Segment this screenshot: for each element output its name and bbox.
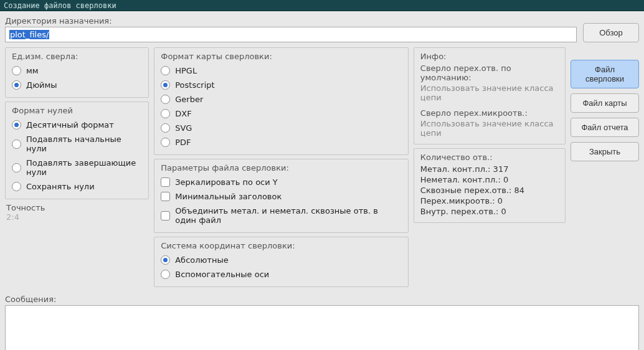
checkbox-icon — [161, 192, 170, 201]
radio-icon — [12, 66, 21, 75]
output-dir-input[interactable]: plot_files/ — [5, 27, 577, 42]
merge-pth-npth-check[interactable]: Объединить метал. и неметал. сквозные от… — [161, 204, 402, 227]
zeros-suppress-leading-radio[interactable]: Подавлять начальные нули — [12, 132, 142, 156]
zeros-format-group: Формат нулей Десятичный формат Подавлять… — [5, 102, 149, 199]
map-format-group: Формат карты сверловки: HPGL Postscript … — [154, 47, 409, 155]
units-inch-label: Дюймы — [26, 80, 57, 90]
browse-button[interactable]: Обзор — [583, 23, 639, 42]
window-titlebar: Создание файлов сверловки — [0, 0, 644, 11]
origin-aux-radio[interactable]: Вспомогательные оси — [161, 267, 402, 281]
radio-icon — [161, 270, 170, 279]
format-gerber-label: Gerber — [175, 95, 203, 104]
mirror-y-check[interactable]: Зеркалировать по оси Y — [161, 175, 402, 189]
origin-absolute-label: Абсолютные — [175, 255, 229, 265]
origin-absolute-radio[interactable]: Абсолютные — [161, 253, 402, 267]
precision-title: Точность — [5, 203, 149, 212]
format-postscript-label: Postscript — [175, 80, 214, 90]
through-vias-count: Сквозные перех.отв.: 84 — [420, 186, 559, 195]
drill-file-button[interactable]: Файл сверловки — [571, 60, 639, 88]
format-pdf-label: PDF — [175, 138, 191, 147]
checkbox-icon — [161, 177, 170, 187]
buried-vias-count: Внутр. перех.отв.: 0 — [420, 207, 559, 216]
min-header-check[interactable]: Минимальный заголовок — [161, 189, 402, 204]
mirror-y-label: Зеркалировать по оси Y — [175, 177, 278, 187]
min-header-label: Минимальный заголовок — [175, 192, 282, 201]
map-file-button[interactable]: Файл карты — [571, 93, 639, 113]
map-format-title: Формат карты сверловки: — [161, 52, 402, 61]
zeros-suppress-trailing-radio[interactable]: Подавлять завершающие нули — [12, 156, 142, 179]
radio-icon — [12, 80, 21, 90]
drill-units-title: Ед.изм. сверла: — [12, 52, 142, 61]
zeros-keep-label: Сохранять нули — [26, 182, 95, 191]
messages-label: Сообщения: — [5, 295, 639, 304]
micro-via-drill-value: Использовать значение класса цепи — [420, 119, 559, 138]
radio-icon — [161, 95, 170, 104]
info-title: Инфо: — [420, 52, 559, 61]
default-via-drill-value: Использовать значение класса цепи — [420, 83, 559, 102]
checkbox-icon — [161, 211, 170, 220]
radio-icon — [12, 140, 21, 149]
format-hpgl-label: HPGL — [175, 66, 197, 75]
zeros-decimal-radio[interactable]: Десятичный формат — [12, 118, 142, 132]
format-svg-label: SVG — [175, 123, 192, 133]
zeros-keep-radio[interactable]: Сохранять нули — [12, 179, 142, 194]
plated-pads-count: Метал. конт.пл.: 317 — [420, 164, 559, 174]
units-inch-radio[interactable]: Дюймы — [12, 78, 142, 92]
format-dxf-label: DXF — [175, 109, 191, 118]
radio-icon — [161, 123, 170, 133]
drill-units-group: Ед.изм. сверла: мм Дюймы — [5, 47, 149, 98]
hole-count-group: Количество отв.: Метал. конт.пл.: 317 Не… — [414, 148, 566, 223]
radio-icon — [161, 138, 170, 147]
info-group: Инфо: Сверло перех.отв. по умолчанию: Ис… — [414, 47, 566, 144]
radio-icon — [12, 182, 21, 191]
origin-aux-label: Вспомогательные оси — [175, 270, 269, 279]
window-title: Создание файлов сверловки — [4, 1, 116, 10]
format-postscript-radio[interactable]: Postscript — [161, 78, 402, 92]
drill-origin-group: Система координат сверловки: Абсолютные … — [154, 237, 409, 287]
drill-origin-title: Система координат сверловки: — [161, 241, 402, 250]
zeros-decimal-label: Десятичный формат — [26, 120, 114, 130]
nonplated-pads-count: Неметал. конт.пл.: 0 — [420, 175, 559, 184]
radio-icon — [12, 120, 21, 130]
radio-icon — [12, 163, 21, 173]
format-pdf-radio[interactable]: PDF — [161, 135, 402, 149]
micro-vias-count: Перех.микроотв.: 0 — [420, 196, 559, 206]
zeros-suppress-trailing-label: Подавлять завершающие нули — [26, 158, 142, 177]
merge-pth-npth-label: Объединить метал. и неметал. сквозные от… — [175, 206, 402, 225]
radio-icon — [161, 80, 170, 90]
units-mm-radio[interactable]: мм — [12, 64, 142, 78]
drill-file-params-group: Параметры файла сверловки: Зеркалировать… — [154, 159, 409, 233]
hole-count-title: Количество отв.: — [420, 153, 559, 162]
zeros-format-title: Формат нулей — [12, 106, 142, 115]
messages-textarea[interactable] — [5, 305, 639, 350]
output-dir-value: plot_files/ — [9, 30, 49, 39]
precision-value: 2:4 — [5, 212, 149, 222]
format-gerber-radio[interactable]: Gerber — [161, 92, 402, 106]
close-button[interactable]: Закрыть — [571, 142, 639, 161]
radio-icon — [161, 255, 170, 265]
radio-icon — [161, 109, 170, 118]
default-via-drill-label: Сверло перех.отв. по умолчанию: — [420, 64, 559, 82]
radio-icon — [161, 66, 170, 75]
output-dir-label: Директория назначения: — [5, 16, 577, 26]
micro-via-drill-label: Сверло перех.микроотв.: — [420, 108, 559, 118]
drill-file-params-title: Параметры файла сверловки: — [161, 163, 402, 173]
units-mm-label: мм — [26, 66, 39, 75]
format-hpgl-radio[interactable]: HPGL — [161, 64, 402, 78]
format-dxf-radio[interactable]: DXF — [161, 106, 402, 121]
format-svg-radio[interactable]: SVG — [161, 121, 402, 135]
zeros-suppress-leading-label: Подавлять начальные нули — [26, 135, 142, 153]
report-file-button[interactable]: Файл отчета — [571, 118, 639, 137]
